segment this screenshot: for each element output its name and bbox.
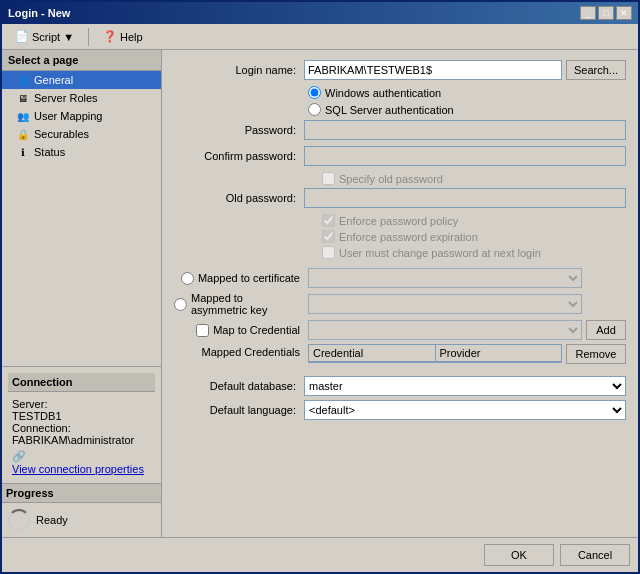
password-row: Password: bbox=[174, 120, 626, 140]
windows-auth-row: Windows authentication bbox=[308, 86, 626, 99]
sql-auth-label: SQL Server authentication bbox=[325, 104, 454, 116]
enforce-policy-row: Enforce password policy bbox=[322, 214, 626, 227]
map-credential-label: Map to Credential bbox=[213, 324, 300, 336]
mapped-credentials-row: Mapped Credentials Credential Provider R… bbox=[174, 344, 626, 364]
sidebar-label-general: General bbox=[34, 74, 73, 86]
mapped-asym-radio[interactable] bbox=[174, 298, 187, 311]
script-icon: 📄 bbox=[15, 30, 29, 43]
enforce-expiration-row: Enforce password expiration bbox=[322, 230, 626, 243]
mapped-cert-row: Mapped to certificate bbox=[174, 268, 626, 288]
script-button[interactable]: 📄 Script ▼ bbox=[8, 27, 81, 46]
sidebar: Select a page 👤 General 🖥 Server Roles 👥… bbox=[2, 50, 162, 537]
progress-body: Ready bbox=[2, 503, 161, 537]
connection-body: Server: TESTDB1 Connection: FABRIKAM\adm… bbox=[8, 396, 155, 477]
ok-button[interactable]: OK bbox=[484, 544, 554, 566]
map-credential-label-area: Map to Credential bbox=[174, 324, 308, 337]
credentials-table-wrapper: Credential Provider bbox=[308, 344, 562, 363]
user-must-change-row: User must change password at next login bbox=[322, 246, 626, 259]
sidebar-item-server-roles[interactable]: 🖥 Server Roles bbox=[2, 89, 161, 107]
default-language-row: Default language: <default> bbox=[174, 400, 626, 420]
progress-title: Progress bbox=[2, 484, 161, 503]
default-database-select[interactable]: master bbox=[304, 376, 626, 396]
sidebar-label-status: Status bbox=[34, 146, 65, 158]
connection-title: Connection bbox=[8, 373, 155, 392]
credentials-table-header: Credential Provider bbox=[309, 345, 561, 362]
add-button[interactable]: Add bbox=[586, 320, 626, 340]
mapped-cert-select[interactable] bbox=[308, 268, 582, 288]
sidebar-label-server-roles: Server Roles bbox=[34, 92, 98, 104]
connection-section: Connection Server: TESTDB1 Connection: F… bbox=[2, 366, 161, 483]
old-password-input[interactable] bbox=[304, 188, 626, 208]
default-database-label: Default database: bbox=[174, 380, 304, 392]
specify-old-password-checkbox[interactable] bbox=[322, 172, 335, 185]
form-area: Login name: Search... Windows authentica… bbox=[162, 50, 638, 537]
old-password-row: Old password: bbox=[174, 188, 626, 208]
main-window: Login - New _ □ ✕ 📄 Script ▼ ❓ Help Sele… bbox=[0, 0, 640, 574]
credential-col-header: Credential bbox=[309, 345, 436, 361]
login-name-row: Login name: Search... bbox=[174, 60, 626, 80]
default-database-row: Default database: master bbox=[174, 376, 626, 396]
password-input[interactable] bbox=[304, 120, 626, 140]
window-title: Login - New bbox=[8, 7, 70, 19]
sidebar-label-user-mapping: User Mapping bbox=[34, 110, 102, 122]
map-credential-checkbox[interactable] bbox=[196, 324, 209, 337]
enforce-expiration-checkbox[interactable] bbox=[322, 230, 335, 243]
sidebar-item-user-mapping[interactable]: 👥 User Mapping bbox=[2, 107, 161, 125]
sql-auth-row: SQL Server authentication bbox=[308, 103, 626, 116]
default-language-label: Default language: bbox=[174, 404, 304, 416]
remove-button[interactable]: Remove bbox=[566, 344, 626, 364]
mapped-credentials-label: Mapped Credentials bbox=[174, 344, 308, 358]
minimize-button[interactable]: _ bbox=[580, 6, 596, 20]
specify-old-password-label: Specify old password bbox=[339, 173, 443, 185]
script-label: Script bbox=[32, 31, 60, 43]
enforce-policy-checkbox[interactable] bbox=[322, 214, 335, 227]
main-content: Select a page 👤 General 🖥 Server Roles 👥… bbox=[2, 50, 638, 537]
general-icon: 👤 bbox=[16, 73, 30, 87]
map-credential-select[interactable] bbox=[308, 320, 582, 340]
help-button[interactable]: ❓ Help bbox=[96, 27, 150, 46]
script-dropdown-icon: ▼ bbox=[63, 31, 74, 43]
sql-auth-radio[interactable] bbox=[308, 103, 321, 116]
maximize-button[interactable]: □ bbox=[598, 6, 614, 20]
link-icon: 🔗 bbox=[12, 450, 26, 462]
mapped-cert-label: Mapped to certificate bbox=[198, 272, 300, 284]
map-credential-row: Map to Credential Add bbox=[174, 320, 626, 340]
sidebar-item-securables[interactable]: 🔒 Securables bbox=[2, 125, 161, 143]
connection-value: FABRIKAM\administrator bbox=[12, 434, 151, 446]
confirm-password-input[interactable] bbox=[304, 146, 626, 166]
mapped-asym-select[interactable] bbox=[308, 294, 582, 314]
default-language-select[interactable]: <default> bbox=[304, 400, 626, 420]
login-name-label: Login name: bbox=[174, 64, 304, 76]
server-label: Server: bbox=[12, 398, 151, 410]
provider-col-header: Provider bbox=[436, 345, 562, 361]
sidebar-item-status[interactable]: ℹ Status bbox=[2, 143, 161, 161]
windows-auth-radio[interactable] bbox=[308, 86, 321, 99]
securables-icon: 🔒 bbox=[16, 127, 30, 141]
enforce-expiration-label: Enforce password expiration bbox=[339, 231, 478, 243]
login-name-input[interactable] bbox=[304, 60, 562, 80]
credentials-table: Credential Provider bbox=[308, 344, 562, 363]
status-icon: ℹ bbox=[16, 145, 30, 159]
enforce-policy-label: Enforce password policy bbox=[339, 215, 458, 227]
mapped-asym-label: Mapped to asymmetric key bbox=[191, 292, 300, 316]
select-page-title: Select a page bbox=[2, 50, 161, 71]
mapped-cert-radio[interactable] bbox=[181, 272, 194, 285]
progress-status: Ready bbox=[36, 514, 68, 526]
sidebar-item-general[interactable]: 👤 General bbox=[2, 71, 161, 89]
help-icon: ❓ bbox=[103, 30, 117, 43]
password-label: Password: bbox=[174, 124, 304, 136]
user-must-change-checkbox[interactable] bbox=[322, 246, 335, 259]
server-value: TESTDB1 bbox=[12, 410, 151, 422]
toolbar-separator bbox=[88, 28, 89, 46]
title-bar: Login - New _ □ ✕ bbox=[2, 2, 638, 24]
mapped-asym-label-area: Mapped to asymmetric key bbox=[174, 292, 308, 316]
view-connection-link[interactable]: View connection properties bbox=[12, 463, 151, 475]
bottom-bar: OK Cancel bbox=[2, 537, 638, 572]
mapped-asym-row: Mapped to asymmetric key bbox=[174, 292, 626, 316]
connection-label: Connection: bbox=[12, 422, 151, 434]
search-button[interactable]: Search... bbox=[566, 60, 626, 80]
user-must-change-label: User must change password at next login bbox=[339, 247, 541, 259]
cancel-button[interactable]: Cancel bbox=[560, 544, 630, 566]
close-button[interactable]: ✕ bbox=[616, 6, 632, 20]
window-controls: _ □ ✕ bbox=[580, 6, 632, 20]
